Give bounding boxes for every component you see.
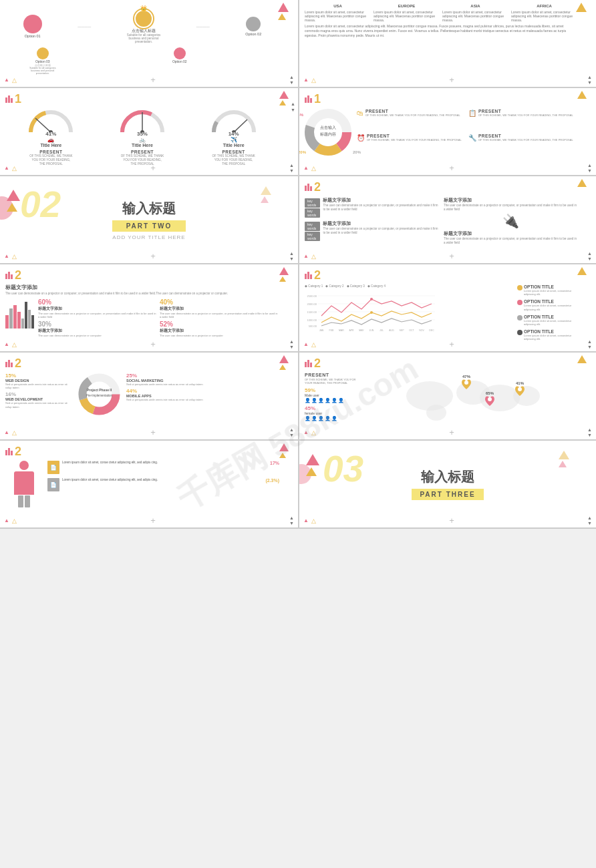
svg-point-41 [406, 381, 453, 411]
svg-text:MAR: MAR [339, 329, 344, 332]
svg-text:Pre-Implementation: Pre-Implementation [86, 394, 113, 397]
gauge-title-3: Title Here [223, 143, 245, 148]
svg-text:FEB: FEB [329, 329, 334, 332]
sub-title: ADD YOUR TITLE HERE [112, 234, 185, 240]
svg-text:MAY: MAY [359, 329, 364, 332]
section-title: 输入标题 [112, 200, 185, 218]
svg-text:2500.00: 2500.00 [307, 294, 317, 298]
svg-text:JUL: JUL [380, 329, 384, 332]
svg-text:41%: 41% [516, 381, 525, 385]
svg-text:标题内容: 标题内容 [319, 132, 336, 136]
plus-button[interactable]: + [150, 75, 156, 85]
svg-line-4 [234, 120, 247, 132]
svg-text:JAN: JAN [319, 329, 324, 332]
svg-text:Project Phase II: Project Phase II [87, 388, 112, 392]
svg-point-21 [370, 298, 373, 300]
option-2: Option 02 [245, 32, 261, 36]
plus-12[interactable]: + [449, 515, 454, 525]
svg-text:65%: 65% [486, 391, 494, 395]
plus-9[interactable]: + [150, 427, 156, 437]
part-label: PART TWO [112, 220, 185, 232]
svg-text:NOV: NOV [419, 329, 424, 332]
plus-3[interactable]: + [150, 163, 156, 173]
click-label-1: 点击输入标题 [127, 29, 161, 33]
plus-8[interactable]: + [449, 339, 454, 349]
svg-text:2000.00: 2000.00 [307, 302, 317, 306]
svg-text:DEC: DEC [429, 329, 434, 332]
option-1: Option 01 [23, 34, 42, 38]
svg-point-3 [140, 130, 144, 132]
slide-num-2l: 1 [15, 92, 21, 106]
gauge-title-2: Title Here [132, 143, 153, 148]
plus-10[interactable]: + [449, 427, 454, 437]
plus-7[interactable]: + [150, 339, 156, 349]
svg-text:1000.00: 1000.00 [307, 318, 317, 322]
svg-point-46 [464, 381, 468, 385]
svg-point-22 [370, 311, 373, 314]
svg-point-50 [518, 387, 522, 391]
plus-5[interactable]: + [150, 251, 156, 261]
svg-text:OCT: OCT [409, 329, 414, 332]
svg-text:47%: 47% [462, 375, 471, 379]
svg-text:500.00: 500.00 [309, 324, 317, 328]
gauge-title-1: Title Here [40, 143, 61, 148]
part-label-3: PART THREE [412, 489, 483, 500]
svg-text:AUG: AUG [389, 329, 394, 332]
section-title-3: 输入标题 [412, 468, 483, 486]
svg-text:点击输入: 点击输入 [320, 126, 336, 130]
svg-text:APR: APR [349, 329, 354, 332]
svg-text:JUN: JUN [369, 329, 374, 332]
svg-text:SEP: SEP [399, 329, 404, 332]
plus-button-2[interactable]: + [449, 75, 454, 85]
svg-point-48 [488, 397, 492, 401]
svg-line-0 [35, 118, 51, 132]
svg-point-45 [426, 405, 446, 421]
plus-11[interactable]: + [150, 515, 156, 525]
svg-text:1500.00: 1500.00 [307, 310, 317, 314]
plus-4[interactable]: + [449, 163, 454, 173]
slide-num-2r: 1 [314, 92, 321, 106]
plus-6[interactable]: + [449, 251, 454, 261]
